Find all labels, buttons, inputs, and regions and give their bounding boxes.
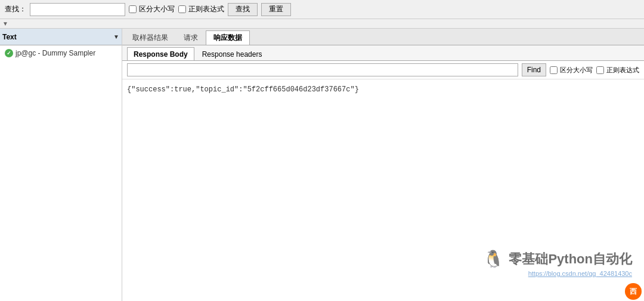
response-regex-label: 正则表达式 [606,66,639,75]
regex-checkbox[interactable] [178,5,186,13]
watermark: 🐧 零基础Python自动化 https://blog.csdn.net/qq_… [483,249,632,277]
response-find-button[interactable]: Find [522,63,546,76]
left-panel: Text ▼ jp@gc - Dummy Sampler [0,29,122,301]
response-search-row: Find 区分大小写 正则表达式 [122,61,644,79]
tab-response-body[interactable]: Response Body [127,47,194,60]
sort-icon: ▼ [2,20,8,27]
list-item[interactable]: jp@gc - Dummy Sampler [0,48,122,59]
tab-response-data[interactable]: 响应数据 [206,30,250,45]
tab-response-headers[interactable]: Response headers [196,47,269,60]
response-regex-checkbox[interactable] [596,66,604,74]
success-icon [5,49,13,57]
watermark-icon: 🐧 [483,249,504,269]
tab-request[interactable]: 请求 [176,30,206,45]
left-content: jp@gc - Dummy Sampler [0,45,122,301]
response-text: {"success":true,"topic_id":"5f2cff665d04… [127,84,639,95]
watermark-main: 🐧 零基础Python自动化 [483,249,632,269]
search-label: 查找： [5,4,26,14]
response-case-label: 区分大小写 [560,66,593,75]
left-header-label: Text [2,33,113,41]
item-label: jp@gc - Dummy Sampler [16,49,95,57]
search-input[interactable] [30,3,125,16]
regex-group: 正则表达式 [178,4,224,14]
response-regex-group: 正则表达式 [596,66,639,75]
main-tab-bar: 取样器结果 请求 响应数据 [122,29,644,45]
case-sensitive-group: 区分大小写 [129,4,175,14]
case-sensitive-label: 区分大小写 [139,4,175,14]
find-button[interactable]: 查找 [228,3,258,16]
response-case-group: 区分大小写 [550,66,593,75]
tab-sampler-result[interactable]: 取样器结果 [125,30,176,45]
dropdown-arrow-icon[interactable]: ▼ [113,33,119,40]
avatar: 西 [625,283,642,300]
left-header: Text ▼ [0,29,122,45]
response-search-input[interactable] [127,63,518,76]
case-sensitive-checkbox[interactable] [129,5,137,13]
watermark-text: 零基础Python自动化 [509,250,632,268]
watermark-url: https://blog.csdn.net/qq_42481430c [528,270,632,277]
sort-row: ▼ [0,19,644,29]
response-case-checkbox[interactable] [550,66,558,74]
sub-tab-bar: Response Body Response headers [122,45,644,61]
reset-button[interactable]: 重置 [261,3,291,16]
regex-label: 正则表达式 [188,4,224,14]
toolbar: 查找： 区分大小写 正则表达式 查找 重置 [0,0,644,19]
